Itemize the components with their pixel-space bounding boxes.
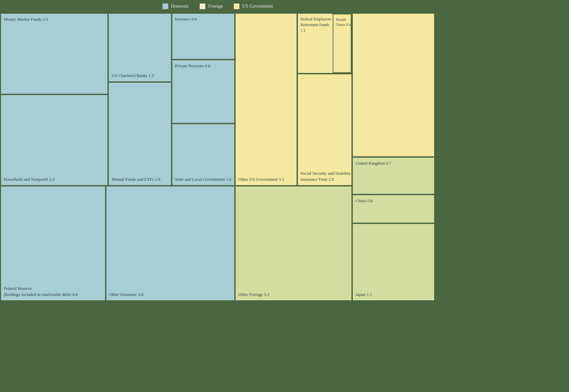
col-foreign: United Kingdom 0.7 China 0.8 Japan 1.1 (352, 13, 435, 301)
domestic-bottom: Federal Reserve(holdings included in mar… (0, 186, 235, 301)
domestic-swatch (162, 3, 168, 9)
household-label: Household and Nonprofit 2.4 (4, 176, 55, 182)
cell-other-us-gov: Other US Government 3.2 (235, 13, 297, 186)
cell-china: China 0.8 (352, 194, 435, 223)
dt-col3: Insurance 0.4 Private Pensions 0.6 State… (172, 13, 235, 186)
legend-us-government: US Government (234, 3, 273, 9)
uk-label: United Kingdom 0.7 (355, 160, 391, 166)
legend-foreign: Foreign (199, 3, 223, 9)
legend: Domestic Foreign US Government (0, 0, 435, 13)
us-gov-right-filler (352, 13, 435, 157)
fed-employees-main: Federal Employees Retirement Funds 1.1 (298, 14, 333, 73)
social-security-label: Social Security and Diability Insurance … (301, 170, 352, 182)
cell-insurance: Insurance 0.4 (172, 13, 235, 60)
foreign-swatch (199, 3, 206, 9)
private-pensions-label: Private Pensions 0.6 (175, 63, 211, 69)
mutual-funds-label: Mutual Funds and ETFs 1.9 (111, 176, 160, 182)
cell-japan: Japan 1.1 (352, 223, 435, 301)
dt-col2: US Chartered Banks 1.3 Mutual Funds and … (108, 13, 171, 186)
cell-us-chartered: US Chartered Banks 1.3 (108, 13, 171, 82)
cell-social-security: Social Security and Diability Insurance … (297, 74, 352, 186)
japan-label: Japan 1.1 (355, 292, 372, 298)
dt-col1: Money Market Funds 2.3 Household and Non… (0, 13, 108, 186)
money-market-label: Money Market Funds 2.3 (4, 16, 48, 22)
cell-mutual-funds: Mutual Funds and ETFs 1.9 (108, 82, 171, 186)
col-domestic: Money Market Funds 2.3 Household and Non… (0, 13, 235, 301)
cell-uk: United Kingdom 0.7 (352, 157, 435, 194)
usgov-top: Other US Government 3.2 Federal Employee… (235, 13, 352, 186)
usgov-top-right: Federal Employees Retirement Funds 1.1 H… (297, 13, 352, 186)
chart-container: Domestic Foreign US Government Money Mar… (0, 0, 435, 301)
insurance-label: Insurance 0.4 (175, 16, 197, 22)
cell-fed-employees: Federal Employees Retirement Funds 1.1 H… (297, 13, 352, 74)
federal-reserve-label: Federal Reserve(holdings included in mar… (4, 286, 78, 298)
cell-other-foreign: Other Foreign 5.3 (235, 186, 352, 301)
foreign-bottom: United Kingdom 0.7 China 0.8 Japan 1.1 (352, 157, 435, 301)
cell-private-pensions: Private Pensions 0.6 (172, 60, 235, 124)
cell-other-domestic: Other Domestic 3.8 (106, 186, 235, 301)
cell-state-local: State and Local Government 1.6 (172, 124, 235, 186)
us-government-label: US Government (242, 4, 273, 9)
cell-health-trusts: Health Trusts 0.4 (333, 14, 351, 73)
us-chartered-label: US Chartered Banks 1.3 (111, 73, 154, 79)
cell-federal-reserve: Federal Reserve(holdings included in mar… (0, 186, 106, 301)
state-local-label: State and Local Government 1.6 (175, 176, 232, 182)
other-foreign-label: Other Foreign 5.3 (238, 292, 269, 298)
domestic-label: Domestic (171, 4, 189, 9)
us-government-swatch (234, 3, 240, 9)
health-trusts-label: Health Trusts 0.4 (336, 17, 351, 27)
foreign-label: Foreign (208, 4, 223, 9)
fed-employees-label: Federal Employees Retirement Funds 1.1 (301, 16, 333, 33)
col-us-gov: Other US Government 3.2 Federal Employee… (235, 13, 352, 301)
cell-household: Household and Nonprofit 2.4 (0, 94, 108, 186)
other-us-gov-label: Other US Government 3.2 (238, 176, 284, 182)
other-domestic-label: Other Domestic 3.8 (109, 292, 143, 298)
china-label: China 0.8 (355, 198, 373, 204)
cell-money-market: Money Market Funds 2.3 (0, 13, 108, 94)
treemap: Money Market Funds 2.3 Household and Non… (0, 13, 435, 301)
legend-domestic: Domestic (162, 3, 189, 9)
domestic-top: Money Market Funds 2.3 Household and Non… (0, 13, 235, 186)
